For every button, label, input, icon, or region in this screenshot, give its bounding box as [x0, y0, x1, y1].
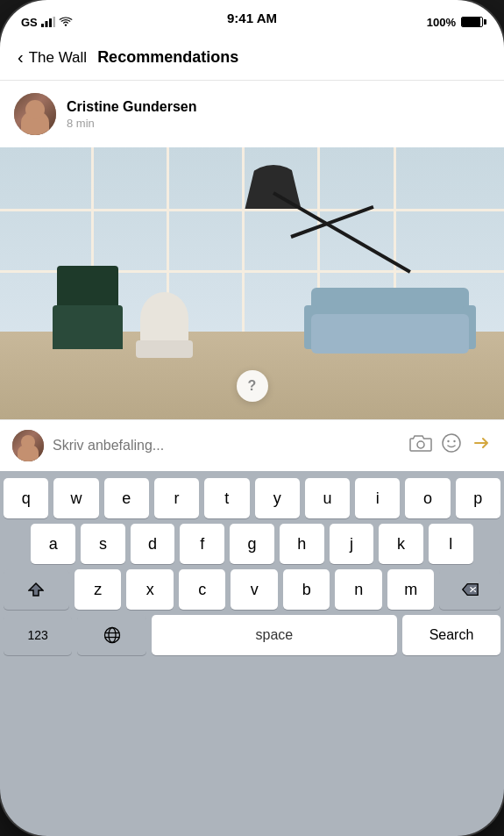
status-left: GS	[21, 16, 73, 29]
key-z[interactable]: z	[75, 569, 122, 610]
battery-fill	[462, 18, 480, 26]
key-v[interactable]: v	[231, 569, 278, 610]
battery-percent: 100%	[427, 16, 456, 29]
svg-point-5	[417, 441, 424, 448]
key-m[interactable]: m	[387, 569, 435, 610]
globe-key[interactable]	[77, 615, 146, 655]
sofa-body	[311, 314, 469, 354]
post-content: Cristine Gundersen 8 min	[0, 81, 504, 471]
author-avatar	[14, 93, 56, 135]
camera-icon[interactable]	[409, 433, 432, 458]
back-chevron-icon: ‹	[18, 47, 24, 68]
post-author: Cristine Gundersen	[67, 99, 196, 115]
post-info: Cristine Gundersen 8 min	[67, 99, 196, 130]
status-right: 100%	[427, 16, 483, 29]
svg-rect-3	[53, 17, 55, 27]
key-h[interactable]: h	[280, 524, 324, 564]
input-area	[0, 419, 504, 471]
back-button[interactable]: ‹ The Wall	[18, 47, 87, 68]
svg-point-7	[447, 440, 449, 442]
white-chair-seat	[136, 340, 193, 358]
search-key[interactable]: Search	[402, 615, 500, 655]
emoji-icon[interactable]	[441, 432, 462, 459]
white-chair	[140, 292, 193, 358]
nav-bar: ‹ The Wall Recommendations	[0, 39, 504, 81]
back-label: The Wall	[29, 49, 87, 67]
keyboard-row-1: q w e r t y u i o p	[4, 478, 500, 518]
numbers-key[interactable]: 123	[4, 615, 72, 655]
signal-icon	[41, 17, 55, 27]
white-chair-back	[140, 292, 188, 345]
key-l[interactable]: l	[429, 524, 473, 564]
key-e[interactable]: e	[104, 478, 149, 518]
key-f[interactable]: f	[180, 524, 224, 564]
delete-key[interactable]	[439, 569, 500, 610]
globe-icon	[103, 626, 121, 644]
lamp	[238, 165, 309, 209]
key-n[interactable]: n	[335, 569, 382, 610]
avatar-image	[14, 93, 56, 135]
key-x[interactable]: x	[126, 569, 174, 610]
wifi-icon	[59, 17, 73, 27]
keyboard-row-4: 123 space Search	[4, 615, 500, 655]
post-time: 8 min	[67, 117, 196, 130]
key-u[interactable]: u	[305, 478, 350, 518]
status-time: 9:41 AM	[227, 11, 277, 25]
key-d[interactable]: d	[131, 524, 175, 564]
phone-shell: GS 9:41 AM 100% ‹	[0, 0, 504, 836]
sofa	[311, 292, 469, 354]
keyboard-row-3: z x c v b n m	[4, 569, 500, 610]
lamp-head	[238, 165, 309, 209]
chair-seat	[53, 305, 123, 349]
battery-icon	[461, 17, 483, 27]
post-header: Cristine Gundersen 8 min	[0, 81, 504, 147]
svg-rect-0	[41, 24, 44, 27]
help-button[interactable]: ?	[237, 370, 268, 402]
key-q[interactable]: q	[4, 478, 48, 518]
svg-point-4	[65, 24, 67, 25]
key-p[interactable]: p	[456, 478, 500, 518]
recommendation-input[interactable]	[53, 429, 401, 462]
key-k[interactable]: k	[379, 524, 423, 564]
svg-point-6	[443, 434, 460, 452]
svg-point-8	[453, 440, 455, 442]
keyboard-row-2: a s d f g h j k l	[4, 524, 500, 564]
key-j[interactable]: j	[330, 524, 374, 564]
key-a[interactable]: a	[31, 524, 75, 564]
space-key[interactable]: space	[152, 615, 397, 655]
carrier-text: GS	[21, 16, 38, 29]
send-arrow-icon[interactable]	[471, 432, 492, 459]
page-title: Recommendations	[97, 48, 238, 67]
svg-point-10	[109, 628, 116, 643]
keyboard: q w e r t y u i o p a s d f g h j k l	[0, 471, 504, 836]
svg-rect-2	[49, 18, 52, 27]
svg-point-9	[104, 628, 119, 643]
key-y[interactable]: y	[255, 478, 300, 518]
key-w[interactable]: w	[53, 478, 98, 518]
key-b[interactable]: b	[283, 569, 330, 610]
key-i[interactable]: i	[355, 478, 400, 518]
input-user-avatar	[12, 430, 44, 461]
delete-icon	[461, 582, 479, 597]
key-g[interactable]: g	[230, 524, 274, 564]
dark-chair	[53, 279, 131, 349]
key-c[interactable]: c	[179, 569, 226, 610]
key-s[interactable]: s	[81, 524, 125, 564]
shift-icon	[28, 582, 44, 597]
input-avatar-image	[12, 430, 44, 461]
status-bar: GS 9:41 AM 100%	[0, 0, 504, 39]
key-t[interactable]: t	[204, 478, 249, 518]
post-image: ?	[0, 147, 504, 419]
svg-rect-1	[45, 21, 47, 27]
key-r[interactable]: r	[154, 478, 199, 518]
key-o[interactable]: o	[405, 478, 450, 518]
shift-key[interactable]	[4, 569, 69, 610]
